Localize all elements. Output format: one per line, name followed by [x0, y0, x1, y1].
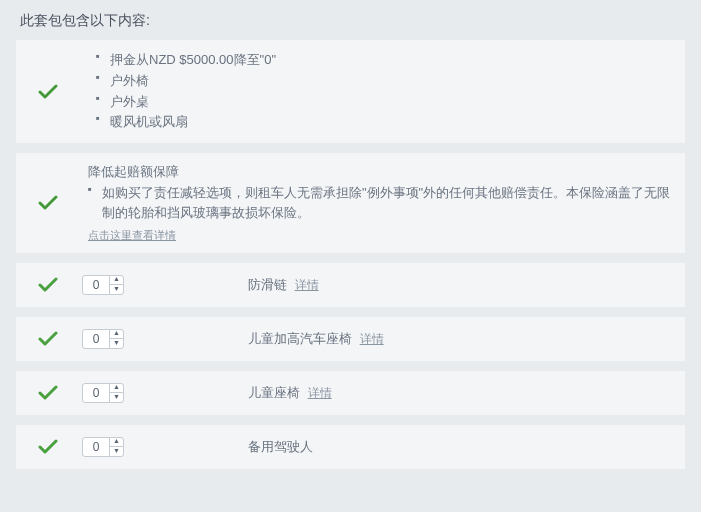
option-label: 防滑链 — [248, 277, 287, 292]
stepper-up-icon[interactable]: ▲ — [110, 329, 123, 339]
option-label: 儿童加高汽车座椅 — [248, 331, 352, 346]
check-column — [28, 84, 82, 100]
included-items-row: 押金从NZD $5000.00降至"0" 户外椅 户外桌 暖风机或风扇 — [16, 40, 685, 143]
check-column — [28, 195, 82, 211]
option-label-column: 防滑链 详情 — [242, 276, 673, 294]
stepper-up-icon[interactable]: ▲ — [110, 437, 123, 447]
option-details-link[interactable]: 详情 — [360, 332, 384, 346]
checkmark-icon — [38, 385, 58, 401]
option-row-child-seat: 0 ▲ ▼ 儿童座椅 详情 — [16, 371, 685, 415]
stepper-down-icon[interactable]: ▼ — [110, 447, 123, 457]
stepper-down-icon[interactable]: ▼ — [110, 339, 123, 349]
stepper-value: 0 — [83, 278, 109, 292]
stepper-column: 0 ▲ ▼ — [82, 437, 242, 457]
stepper-down-icon[interactable]: ▼ — [110, 393, 123, 403]
stepper-down-icon[interactable]: ▼ — [110, 285, 123, 295]
checkmark-icon — [38, 331, 58, 347]
stepper-column: 0 ▲ ▼ — [82, 329, 242, 349]
option-label-column: 儿童座椅 详情 — [242, 384, 673, 402]
insurance-details-link[interactable]: 点击这里查看详情 — [88, 228, 176, 243]
checkmark-icon — [38, 84, 58, 100]
check-column — [28, 277, 82, 293]
option-details-link[interactable]: 详情 — [295, 278, 319, 292]
stepper-value: 0 — [83, 440, 109, 454]
option-label-column: 儿童加高汽车座椅 详情 — [242, 330, 673, 348]
insurance-row: 降低起赔额保障 如购买了责任减轻选项，则租车人无需承担除"例外事项"外的任何其他… — [16, 153, 685, 253]
option-row-snow-chains: 0 ▲ ▼ 防滑链 详情 — [16, 263, 685, 307]
list-item: 户外桌 — [96, 92, 673, 113]
included-items-list: 押金从NZD $5000.00降至"0" 户外椅 户外桌 暖风机或风扇 — [88, 50, 673, 133]
option-row-additional-driver: 0 ▲ ▼ 备用驾驶人 — [16, 425, 685, 469]
quantity-stepper[interactable]: 0 ▲ ▼ — [82, 437, 124, 457]
check-column — [28, 331, 82, 347]
stepper-column: 0 ▲ ▼ — [82, 383, 242, 403]
stepper-up-icon[interactable]: ▲ — [110, 275, 123, 285]
list-item: 暖风机或风扇 — [96, 112, 673, 133]
insurance-content: 降低起赔额保障 如购买了责任减轻选项，则租车人无需承担除"例外事项"外的任何其他… — [82, 163, 673, 243]
stepper-up-icon[interactable]: ▲ — [110, 383, 123, 393]
option-row-booster-seat: 0 ▲ ▼ 儿童加高汽车座椅 详情 — [16, 317, 685, 361]
option-label: 儿童座椅 — [248, 385, 300, 400]
list-item: 押金从NZD $5000.00降至"0" — [96, 50, 673, 71]
option-label-column: 备用驾驶人 — [242, 438, 673, 456]
quantity-stepper[interactable]: 0 ▲ ▼ — [82, 275, 124, 295]
package-content-panel: 此套包包含以下内容: 押金从NZD $5000.00降至"0" 户外椅 户外桌 … — [0, 0, 701, 491]
quantity-stepper[interactable]: 0 ▲ ▼ — [82, 383, 124, 403]
insurance-subtitle: 降低起赔额保障 — [88, 163, 673, 181]
checkmark-icon — [38, 195, 58, 211]
list-item: 户外椅 — [96, 71, 673, 92]
check-column — [28, 439, 82, 455]
stepper-value: 0 — [83, 386, 109, 400]
option-label: 备用驾驶人 — [248, 439, 313, 454]
option-details-link[interactable]: 详情 — [308, 386, 332, 400]
check-column — [28, 385, 82, 401]
quantity-stepper[interactable]: 0 ▲ ▼ — [82, 329, 124, 349]
stepper-column: 0 ▲ ▼ — [82, 275, 242, 295]
stepper-value: 0 — [83, 332, 109, 346]
insurance-description: 如购买了责任减轻选项，则租车人无需承担除"例外事项"外的任何其他赔偿责任。本保险… — [88, 183, 673, 222]
checkmark-icon — [38, 277, 58, 293]
included-items-content: 押金从NZD $5000.00降至"0" 户外椅 户外桌 暖风机或风扇 — [82, 50, 673, 133]
checkmark-icon — [38, 439, 58, 455]
panel-heading: 此套包包含以下内容: — [16, 12, 685, 30]
